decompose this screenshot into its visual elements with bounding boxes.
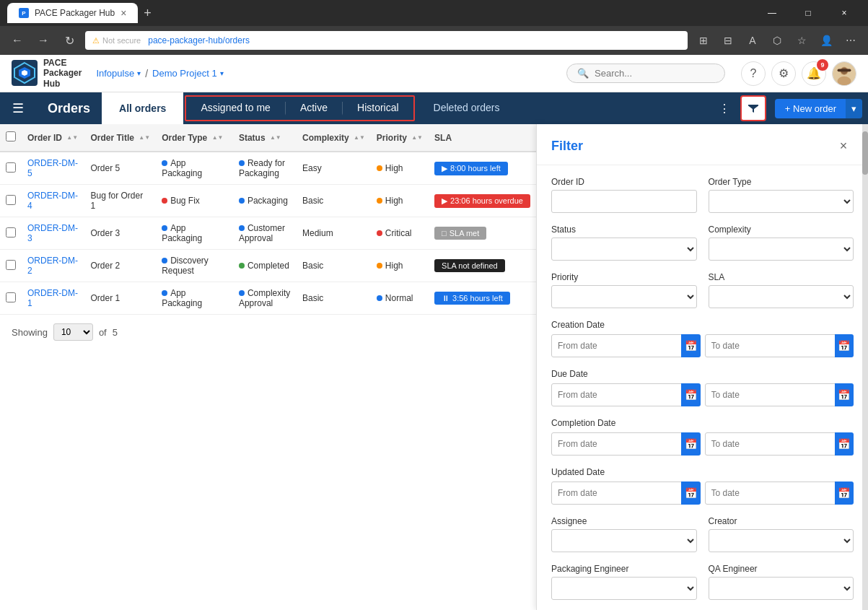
tab-active[interactable]: Active — [285, 102, 342, 116]
new-tab-button[interactable]: + — [144, 6, 152, 21]
more-options-button[interactable]: ⋮ — [711, 95, 737, 121]
hamburger-button[interactable]: ☰ — [0, 92, 36, 124]
breadcrumb-org[interactable]: Infopulse ▾ — [96, 68, 141, 79]
tab-assigned-to-me[interactable]: Assigned to me — [186, 102, 285, 116]
filter-completion-date-to-cal-button[interactable]: 📅 — [835, 432, 854, 456]
filter-status-select[interactable] — [551, 238, 697, 261]
filter-due-date-to-cal-button[interactable]: 📅 — [835, 383, 854, 406]
filter-packaging-engineer-select[interactable] — [551, 577, 697, 600]
row-checkbox[interactable] — [6, 227, 16, 238]
filter-updated-date-to[interactable] — [705, 482, 836, 505]
filter-creation-date-from[interactable] — [551, 334, 682, 357]
filter-scrollbar-thumb[interactable] — [862, 131, 868, 175]
minimize-button[interactable]: — — [755, 0, 789, 26]
search-box[interactable]: 🔍 — [566, 64, 725, 83]
row-order-id[interactable]: ORDER-DM-1 — [22, 282, 84, 315]
breadcrumb-project[interactable]: Demo Project 1 ▾ — [152, 68, 224, 79]
order-id-link[interactable]: ORDER-DM-2 — [27, 256, 78, 276]
row-priority: Critical — [371, 217, 429, 250]
order-id-link[interactable]: ORDER-DM-1 — [27, 288, 78, 308]
row-checkbox[interactable] — [6, 260, 16, 270]
filter-button[interactable] — [740, 95, 766, 121]
profile-icon[interactable]: 👤 — [816, 30, 836, 51]
filter-complexity-select[interactable] — [709, 238, 854, 261]
row-order-id[interactable]: ORDER-DM-2 — [22, 250, 84, 282]
filter-qa-engineer-select[interactable] — [709, 577, 854, 600]
filter-updated-date-from-cal-button[interactable]: 📅 — [681, 482, 700, 505]
col-status[interactable]: Status ▲▼ — [233, 124, 297, 152]
filter-updated-date-to-cal-button[interactable]: 📅 — [835, 482, 854, 505]
extensions-icon[interactable]: ⬡ — [767, 30, 787, 51]
filter-due-date-to[interactable] — [705, 383, 836, 406]
avatar[interactable] — [832, 61, 856, 86]
more-button[interactable]: ⋯ — [841, 30, 861, 51]
row-checkbox-cell[interactable] — [0, 152, 22, 185]
browser-tab-close[interactable]: × — [120, 7, 126, 19]
row-checkbox-cell[interactable] — [0, 250, 22, 282]
row-checkbox[interactable] — [6, 162, 16, 173]
row-checkbox[interactable] — [6, 195, 16, 205]
tab-all-orders[interactable]: All orders — [102, 92, 183, 124]
filter-status: Status — [551, 225, 697, 261]
col-priority[interactable]: Priority ▲▼ — [371, 124, 429, 152]
filter-header: Filter × — [537, 124, 868, 165]
refresh-button[interactable]: ↻ — [59, 30, 79, 51]
back-button[interactable]: ← — [7, 30, 27, 51]
font-icon[interactable]: A — [742, 30, 763, 51]
col-order-title[interactable]: Order Title ▲▼ — [84, 124, 156, 152]
filter-creation-date-to[interactable] — [705, 334, 836, 357]
select-all-header[interactable] — [0, 124, 22, 152]
filter-close-button[interactable]: × — [833, 136, 854, 156]
order-id-link[interactable]: ORDER-DM-4 — [27, 191, 78, 211]
filter-creation-date-from-cal-button[interactable]: 📅 — [681, 334, 700, 357]
filter-updated-date-from[interactable] — [551, 482, 682, 505]
search-input[interactable] — [595, 68, 714, 79]
tab-historical[interactable]: Historical — [342, 102, 413, 116]
filter-assignee-select[interactable] — [551, 529, 697, 552]
order-id-link[interactable]: ORDER-DM-3 — [27, 223, 78, 243]
filter-sla-select[interactable] — [709, 285, 854, 308]
filter-creator-select[interactable] — [709, 529, 854, 552]
address-input[interactable]: ⚠ Not secure pace-packager-hub/orders — [85, 31, 688, 50]
filter-completion-date-from[interactable] — [551, 432, 682, 456]
help-button[interactable]: ? — [741, 61, 766, 86]
reader-view-icon[interactable]: ⊞ — [693, 30, 714, 51]
favorites-icon[interactable]: ☆ — [792, 30, 812, 51]
forward-button[interactable]: → — [33, 30, 53, 51]
status-dot — [239, 263, 245, 269]
new-order-button[interactable]: + New order — [775, 99, 846, 118]
row-checkbox-cell[interactable] — [0, 282, 22, 315]
col-complexity[interactable]: Complexity ▲▼ — [297, 124, 371, 152]
col-order-id[interactable]: Order ID ▲▼ — [22, 124, 84, 152]
collections-icon[interactable]: ⊟ — [718, 30, 738, 51]
notifications-button[interactable]: 🔔 9 — [802, 61, 826, 86]
filter-packaging-engineer-label: Packaging Engineer — [551, 564, 697, 574]
filter-order-id-input[interactable] — [551, 190, 697, 213]
row-order-id[interactable]: ORDER-DM-3 — [22, 217, 84, 250]
filter-completion-date-to[interactable] — [705, 432, 836, 456]
row-order-id[interactable]: ORDER-DM-5 — [22, 152, 84, 185]
select-all-checkbox[interactable] — [6, 131, 16, 141]
row-order-id[interactable]: ORDER-DM-4 — [22, 185, 84, 217]
row-checkbox-cell[interactable] — [0, 185, 22, 217]
order-id-link[interactable]: ORDER-DM-5 — [27, 158, 78, 178]
col-order-type[interactable]: Order Type ▲▼ — [156, 124, 233, 152]
filter-scrollbar[interactable] — [862, 124, 868, 610]
browser-tab[interactable]: P PACE Packager Hub × — [7, 3, 138, 23]
filter-order-type-select[interactable] — [709, 190, 854, 213]
page-size-select[interactable]: 10 25 50 100 — [53, 323, 93, 341]
filter-priority-select[interactable] — [551, 285, 697, 308]
settings-button[interactable]: ⚙ — [771, 61, 796, 86]
tab-deleted-orders[interactable]: Deleted orders — [416, 92, 517, 124]
orders-table: Order ID ▲▼ Order Title ▲▼ Order Type ▲▼… — [0, 124, 536, 315]
filter-creation-date-to-cal-button[interactable]: 📅 — [835, 334, 854, 357]
row-checkbox[interactable] — [6, 292, 16, 302]
filter-row-assignee: Assignee Creator — [551, 516, 854, 552]
filter-completion-date-from-cal-button[interactable]: 📅 — [681, 432, 700, 456]
close-button[interactable]: × — [828, 0, 861, 26]
filter-due-date-from-cal-button[interactable]: 📅 — [681, 383, 700, 406]
filter-due-date-from[interactable] — [551, 383, 682, 406]
new-order-dropdown-button[interactable]: ▾ — [846, 99, 862, 118]
maximize-button[interactable]: □ — [792, 0, 825, 26]
row-checkbox-cell[interactable] — [0, 217, 22, 250]
